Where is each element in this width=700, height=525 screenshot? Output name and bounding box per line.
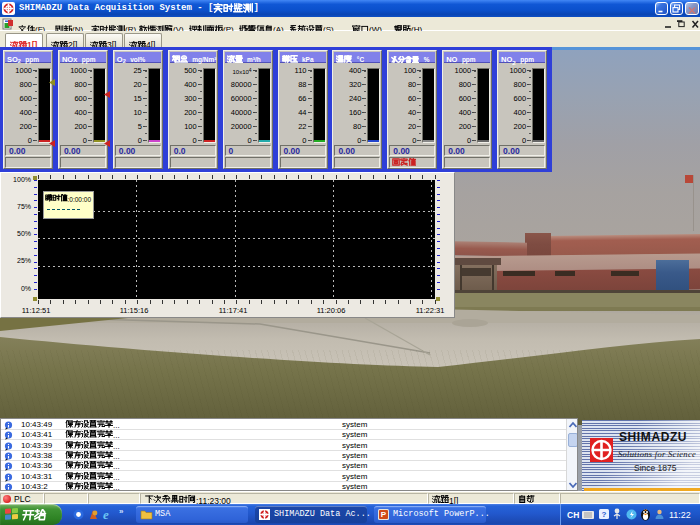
svg-text:?: ?	[602, 510, 607, 519]
svg-text:P: P	[381, 510, 387, 519]
